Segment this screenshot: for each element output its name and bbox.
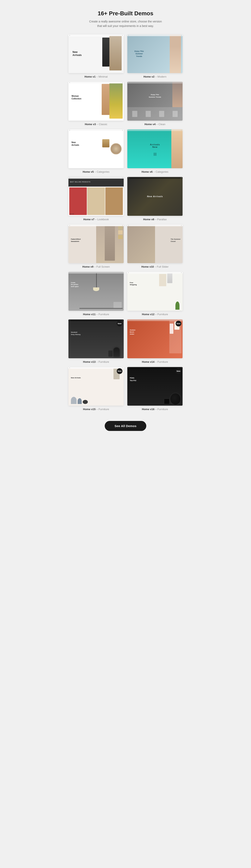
demo5-text: NewArrivals — [72, 141, 79, 146]
demo15-small-obj — [83, 400, 88, 404]
nav-line — [130, 178, 180, 178]
demo4-text: Enjoy ThisSummer Trends — [149, 93, 161, 98]
demo12-plant — [175, 302, 179, 310]
demo3-figure — [109, 83, 123, 119]
nav-dot — [122, 177, 123, 178]
demo7-top-text: BEST SELLING PRODUCTS — [70, 181, 91, 183]
demo-thumbnail-v7[interactable]: BEST SELLING PRODUCTS $24.99 — [68, 177, 124, 216]
demo-thumbnail-v2[interactable]: Enjoy ThisSummerTrends — [127, 34, 183, 73]
demo13-small-vase — [108, 350, 112, 356]
demo6-text: ArrivalsNew — [150, 143, 160, 148]
nav-line — [71, 83, 121, 83]
demo-thumbnail-v9[interactable]: Faded EffectSweatshirt — [68, 224, 124, 264]
demo9-text: Faded EffectSweatshirt — [71, 238, 81, 243]
demo2-figure — [170, 34, 181, 73]
demo-item-v6: ArrivalsNew Home v6 – Categories — [127, 129, 183, 173]
demo-item-v1: NewArrivals Home v1 – Minimal — [68, 34, 124, 79]
demo2-text: Enjoy ThisSummerTrends — [131, 50, 147, 58]
new-badge-v13: New — [117, 321, 122, 327]
demo7-price: $24.99 — [70, 213, 74, 215]
demo-label-v9: Home v9 – Full Screen — [82, 265, 110, 268]
demo10-text: The SummerCloset — [171, 238, 180, 243]
nav-dot — [181, 177, 182, 178]
demo-label-v4: Home v4 – Clean — [144, 123, 166, 126]
demo4-item — [146, 111, 151, 117]
demo-item-v5: NewArrivals Home v5 – Categories — [68, 129, 124, 173]
demo11-lamp-pole — [96, 273, 97, 288]
demo7-product-tan — [105, 187, 123, 215]
demo-item-v2: Enjoy ThisSummerTrends Home v2 – Modern — [127, 34, 183, 79]
demo-label-v15: Home v15 – Furniture — [83, 408, 109, 411]
nav-line — [130, 273, 180, 273]
demo9-small-images — [118, 225, 123, 239]
nav-line — [130, 320, 180, 320]
nav-dot — [181, 82, 182, 83]
demo4-overlay — [127, 107, 183, 121]
demo11-lampshade — [93, 287, 99, 291]
demo-thumbnail-v12[interactable]: FreeShipping — [127, 272, 183, 311]
nav-dot — [69, 177, 70, 178]
demo10-figure — [127, 224, 155, 264]
nav-line — [71, 178, 121, 178]
nav-dot — [122, 82, 123, 83]
demo-thumbnail-v14[interactable]: New GustaveBenchAmber — [127, 319, 183, 358]
demo-thumbnail-v11[interactable]: Createthe perfectwork space — [68, 272, 124, 311]
new-badge-v15: New — [117, 368, 122, 374]
nav-dot — [122, 272, 123, 273]
nav-line — [130, 225, 180, 225]
demo12-shelf — [159, 274, 166, 286]
demo-label-v14: Home v14 – Furniture — [142, 360, 168, 363]
demo-thumbnail-v13[interactable]: New SmokedGrey Glossy — [68, 319, 124, 358]
nav-dot — [181, 130, 182, 131]
see-all-demos-button[interactable]: See All Demos — [105, 421, 146, 431]
demo-thumbnail-v16[interactable]: New HiataTea Pot — [127, 367, 183, 406]
demo-label-v5: Home v5 – Categories — [83, 170, 110, 173]
demo-label-v2: Home v2 – Modern — [143, 75, 167, 78]
demo4-figure — [172, 82, 183, 107]
page-subtitle: Create a really awesome online store, ch… — [87, 19, 164, 28]
nav-dot — [122, 130, 123, 131]
demo1-figure — [109, 35, 121, 70]
demo-thumbnail-v5[interactable]: NewArrivals — [68, 129, 124, 168]
demo-label-v6: Home v6 – Categories — [142, 170, 169, 173]
nav-line — [71, 368, 121, 368]
demo-label-v10: Home v10 – Full Slider — [141, 265, 169, 268]
demo9-figure-inner — [105, 226, 115, 261]
demo-thumbnail-v3[interactable]: WomanCollection — [68, 82, 124, 121]
demo12-text: FreeShipping — [130, 282, 137, 286]
demo-label-v12: Home v12 – Furniture — [142, 313, 168, 316]
demo-thumbnail-v1[interactable]: NewArrivals — [68, 34, 124, 73]
demo3-text: WomanCollection — [72, 95, 81, 100]
demo5-bag — [102, 139, 109, 147]
nav-dot — [128, 272, 129, 273]
demo4-item — [132, 111, 137, 117]
demo-thumbnail-v6[interactable]: ArrivalsNew — [127, 129, 183, 168]
nav-dot — [128, 130, 129, 131]
nav-dot — [69, 35, 70, 36]
demo-item-v10: The SummerCloset Home v10 – Full Slider — [127, 224, 183, 269]
demos-grid: NewArrivals Home v1 – Minimal — [68, 34, 183, 411]
demo-label-v8: Home v8 – Parallax — [143, 218, 167, 221]
demo-thumbnail-v8[interactable]: New Arrivals — [127, 177, 183, 216]
demo7-product-beige — [87, 187, 105, 215]
demo-label-v3: Home v3 – Classic — [85, 123, 107, 126]
nav-line — [71, 320, 121, 320]
demo4-item — [173, 111, 178, 117]
nav-dot — [69, 225, 70, 226]
demo3-figure2 — [102, 84, 110, 115]
nav-dot — [122, 35, 123, 36]
demo11-table — [79, 308, 123, 309]
demo-label-v1: Home v1 – Minimal — [84, 75, 108, 78]
demo13-vase — [113, 347, 119, 356]
nav-dot — [128, 320, 129, 321]
nav-dot — [181, 272, 182, 273]
nav-line — [130, 35, 180, 35]
demo5-watch — [110, 143, 121, 155]
nav-dot — [128, 35, 129, 36]
demo-item-v7: BEST SELLING PRODUCTS $24.99 Home v7 – L… — [68, 177, 124, 221]
demo-thumbnail-v10[interactable]: The SummerCloset — [127, 224, 183, 264]
demo15-vase2 — [78, 398, 82, 404]
nav-line — [130, 83, 180, 83]
demo-thumbnail-v4[interactable]: Enjoy ThisSummer Trends — [127, 82, 183, 121]
demo-thumbnail-v15[interactable]: New New Arrivals — [68, 367, 124, 406]
